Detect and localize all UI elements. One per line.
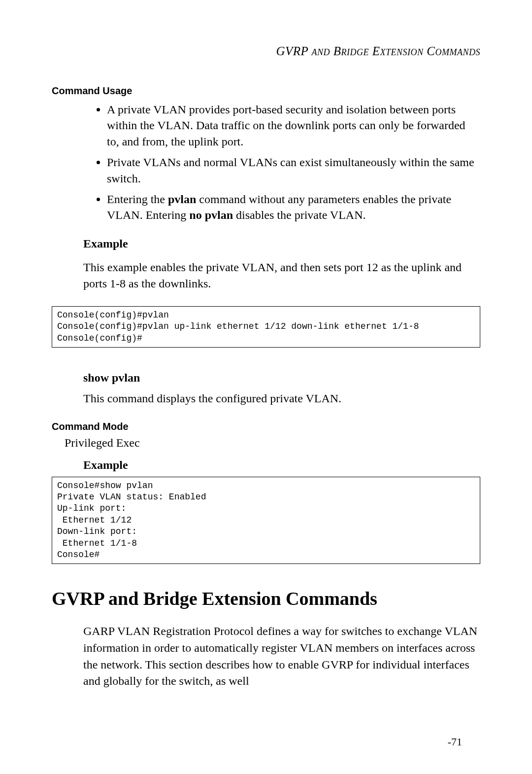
page-number: -71	[448, 736, 462, 748]
show-pvlan-block: show pvlan This command displays the con…	[83, 371, 480, 407]
heading-command-usage: Command Usage	[52, 85, 480, 97]
bullet-3-bold1: pvlan	[168, 193, 196, 206]
heading-example-2: Example	[83, 458, 480, 472]
heading-show-pvlan: show pvlan	[83, 371, 480, 385]
running-header: GVRP and Bridge Extension Commands	[52, 44, 480, 58]
heading-example-1: Example	[83, 237, 480, 250]
bullet-3-bold2: no pvlan	[189, 209, 233, 221]
example-2-block: Example	[83, 458, 480, 472]
page-container: GVRP and Bridge Extension Commands Comma…	[0, 0, 532, 774]
example-1-intro: This example enables the private VLAN, a…	[83, 259, 480, 292]
heading-main-section: GVRP and Bridge Extension Commands	[52, 588, 480, 609]
heading-command-mode: Command Mode	[52, 421, 480, 432]
usage-block: A private VLAN provides port-based secur…	[83, 102, 480, 292]
show-pvlan-desc: This command displays the configured pri…	[83, 390, 480, 407]
usage-bullets: A private VLAN provides port-based secur…	[83, 102, 480, 223]
bullet-1: A private VLAN provides port-based secur…	[107, 102, 480, 149]
bullet-2: Private VLANs and normal VLANs can exist…	[107, 154, 480, 186]
command-mode-value: Privileged Exec	[65, 436, 480, 450]
main-section-para: GARP VLAN Registration Protocol defines …	[83, 623, 480, 689]
bullet-3: Entering the pvlan command without any p…	[107, 191, 480, 223]
bullet-3-pre: Entering the	[107, 193, 168, 206]
bullet-3-post: disables the private VLAN.	[233, 209, 366, 221]
code-block-2: Console#show pvlan Private VLAN status: …	[52, 477, 480, 564]
main-section-body: GARP VLAN Registration Protocol defines …	[83, 623, 480, 689]
code-block-1: Console(config)#pvlan Console(config)#pv…	[52, 306, 480, 348]
